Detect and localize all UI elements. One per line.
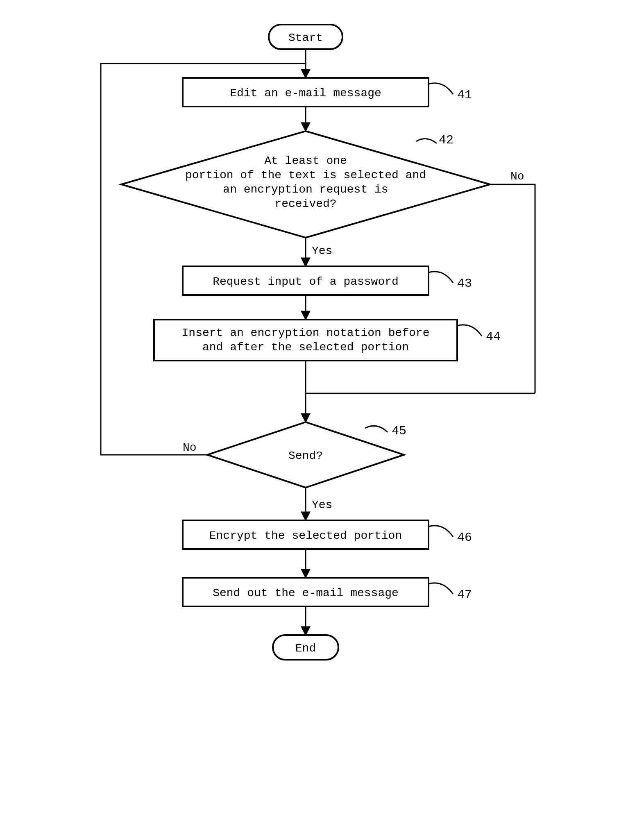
process-47: Send out the e-mail message <box>183 578 429 606</box>
decision-42: At least one portion of the text is sele… <box>121 131 490 238</box>
step45-label: Send? <box>288 449 323 462</box>
step43-label: Request input of a password <box>213 275 399 288</box>
terminator-start: Start <box>269 25 342 49</box>
step47-label: Send out the e-mail message <box>213 587 399 599</box>
flowchart: Start Edit an e-mail message 41 At least… <box>76 16 568 713</box>
process-46: Encrypt the selected portion <box>183 520 429 549</box>
terminator-end: End <box>273 635 338 660</box>
start-label: Start <box>288 32 323 44</box>
ref-43: 43 <box>457 277 472 291</box>
edge-45-no: No <box>183 441 197 454</box>
step42-l2: portion of the text is selected and <box>185 169 426 182</box>
step44-l2: and after the selected portion <box>202 341 409 354</box>
edge-42-yes: Yes <box>312 245 332 257</box>
step46-label: Encrypt the selected portion <box>209 529 402 542</box>
ref-41: 41 <box>457 88 472 102</box>
edge-45-yes: Yes <box>312 499 332 511</box>
svg-rect-8 <box>154 320 457 361</box>
process-43: Request input of a password <box>183 266 429 295</box>
ref-47: 47 <box>457 588 472 602</box>
end-label: End <box>295 642 316 655</box>
ref-46: 46 <box>457 531 472 545</box>
ref-42: 42 <box>439 133 454 147</box>
decision-45: Send? <box>207 422 404 488</box>
ref-45: 45 <box>392 424 406 438</box>
step42-l3: an encryption request is <box>223 183 388 196</box>
edge-42-no: No <box>510 170 524 183</box>
step42-l1: At least one <box>264 154 347 167</box>
ref-44: 44 <box>486 330 501 344</box>
step41-label: Edit an e-mail message <box>230 87 381 100</box>
process-44: Insert an encryption notation before and… <box>154 320 457 361</box>
step42-l4: received? <box>274 197 336 210</box>
process-41: Edit an e-mail message <box>183 78 429 107</box>
step44-l1: Insert an encryption notation before <box>182 327 430 339</box>
